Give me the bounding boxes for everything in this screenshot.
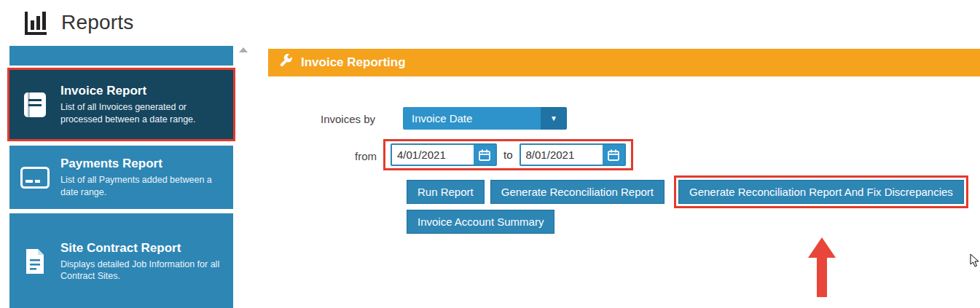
- generate-reconciliation-report-button[interactable]: Generate Reconciliation Report: [490, 180, 665, 204]
- report-buttons-row: Run Report Generate Reconciliation Repor…: [407, 175, 968, 209]
- wrench-icon: [279, 54, 293, 71]
- app-header: Reports: [0, 0, 980, 45]
- credit-card-icon: [9, 167, 60, 189]
- sidebar-item-invoice-report[interactable]: Invoice Report List of all Invoices gene…: [7, 68, 235, 141]
- invoices-by-dropdown[interactable]: Invoice Date ▼: [403, 107, 567, 130]
- card-title: Payments Report: [60, 157, 224, 171]
- chevron-down-icon: ▼: [541, 107, 567, 130]
- contract-document-icon: [9, 248, 60, 275]
- reports-sidebar: Invoice Report List of all Invoices gene…: [7, 45, 235, 308]
- scroll-up-icon[interactable]: [239, 47, 248, 52]
- fix-discrepancies-red-highlight: Generate Reconciliation Report And Fix D…: [674, 175, 968, 208]
- card-title: Invoice Report: [60, 84, 224, 98]
- to-date-input[interactable]: [521, 145, 603, 165]
- card-text: Site Contract Report Displays detailed J…: [60, 241, 224, 283]
- from-calendar-button[interactable]: [474, 145, 495, 165]
- invoice-reporting-panel: Invoice Reporting Invoices by Invoice Da…: [268, 49, 980, 308]
- calendar-icon: [608, 149, 619, 161]
- card-description: List of all Invoices generated or proces…: [60, 101, 224, 125]
- sidebar-item-site-contract-report[interactable]: Site Contract Report Displays detailed J…: [9, 213, 233, 308]
- from-label: from: [355, 150, 377, 162]
- card-text: Payments Report List of all Payments add…: [60, 157, 224, 198]
- invoice-account-summary-button[interactable]: Invoice Account Summary: [407, 210, 554, 234]
- from-date-input[interactable]: [392, 145, 474, 165]
- date-range-red-highlight: to: [383, 139, 633, 170]
- to-label: to: [503, 149, 513, 161]
- card-description: List of all Payments added between a dat…: [60, 174, 224, 198]
- page-title: Reports: [61, 11, 133, 34]
- panel-title: Invoice Reporting: [301, 55, 406, 70]
- invoices-by-label: Invoices by: [321, 113, 375, 125]
- card-text: Invoice Report List of all Invoices gene…: [60, 84, 224, 125]
- calendar-icon: [479, 149, 490, 161]
- summary-button-row: Invoice Account Summary: [407, 210, 554, 234]
- card-title: Site Contract Report: [60, 241, 224, 256]
- panel-header: Invoice Reporting: [268, 49, 980, 76]
- from-date-field: [391, 143, 497, 166]
- run-report-button[interactable]: Run Report: [407, 180, 485, 204]
- generate-reconciliation-fix-button[interactable]: Generate Reconciliation Report And Fix D…: [678, 180, 964, 204]
- reports-bar-chart-icon: [22, 10, 48, 35]
- dropdown-selected-value: Invoice Date: [403, 107, 541, 130]
- sidebar-item-partial[interactable]: [9, 46, 233, 66]
- invoice-book-icon: [9, 91, 60, 119]
- to-date-field: [520, 143, 626, 166]
- mouse-cursor-icon: [970, 254, 979, 271]
- sidebar-item-payments-report[interactable]: Payments Report List of all Payments add…: [9, 146, 233, 209]
- card-description: Displays detailed Job Information for al…: [60, 258, 224, 283]
- red-arrow-annotation: [807, 237, 836, 300]
- to-calendar-button[interactable]: [603, 145, 624, 165]
